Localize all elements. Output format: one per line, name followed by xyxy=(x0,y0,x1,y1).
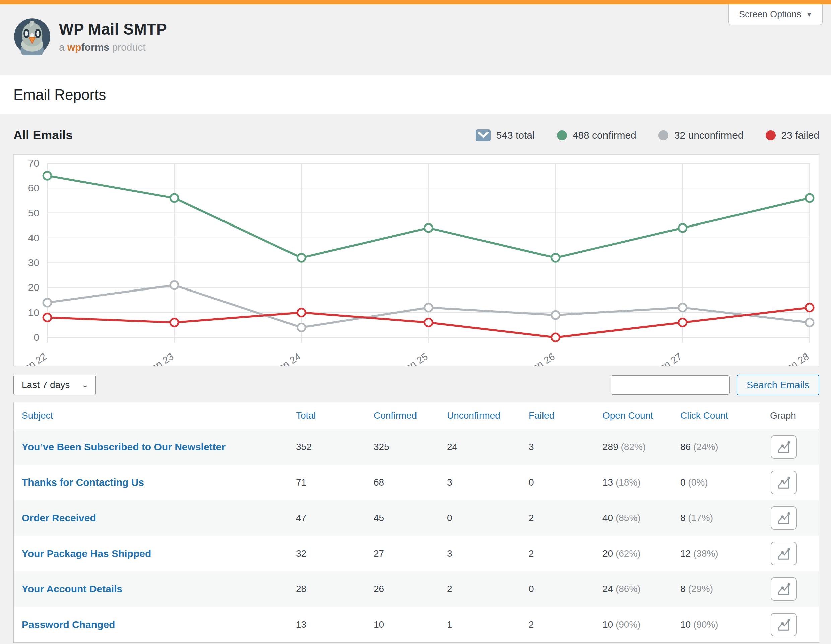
mini-chart-icon xyxy=(776,510,791,526)
email-subject-link[interactable]: Password Changed xyxy=(22,619,115,630)
email-subject-link[interactable]: Your Account Details xyxy=(22,584,122,595)
unconfirmed-cell: 24 xyxy=(447,442,529,452)
open-count-cell-value: 24 xyxy=(602,584,613,594)
dot-icon xyxy=(557,130,567,140)
mini-chart-icon xyxy=(776,617,791,632)
email-subject-link[interactable]: Thanks for Contacting Us xyxy=(22,477,144,488)
click-count-cell-percent: (0%) xyxy=(686,477,708,488)
column-header-total[interactable]: Total xyxy=(296,410,374,421)
svg-text:40: 40 xyxy=(28,232,39,243)
brand-text: WP Mail SMTP a wpforms product xyxy=(59,20,167,53)
legend-label: 488 confirmed xyxy=(573,130,636,141)
graph-button[interactable] xyxy=(771,506,797,530)
svg-text:60: 60 xyxy=(28,182,39,193)
unconfirmed-cell: 3 xyxy=(447,548,529,559)
app-title: WP Mail SMTP xyxy=(59,20,167,38)
email-subject-link[interactable]: Your Package Has Shipped xyxy=(22,548,151,559)
failed-cell: 0 xyxy=(529,584,602,595)
column-header-failed[interactable]: Failed xyxy=(529,410,602,421)
dot-icon xyxy=(766,130,776,140)
column-header-confirmed[interactable]: Confirmed xyxy=(374,410,447,421)
subtitle-product: product xyxy=(109,41,145,52)
graph-button[interactable] xyxy=(771,435,797,459)
open-count-cell-percent: (82%) xyxy=(618,442,646,452)
column-header-open-count[interactable]: Open Count xyxy=(602,410,680,421)
failed-cell: 2 xyxy=(529,548,602,559)
dot-icon xyxy=(658,130,669,140)
svg-text:Jan 23: Jan 23 xyxy=(145,351,175,366)
subject-cell: Thanks for Contacting Us xyxy=(22,477,296,488)
confirmed-cell: 68 xyxy=(374,477,447,488)
graph-button[interactable] xyxy=(771,471,797,494)
emails-line-chart: 010203040506070Jan 22Jan 23Jan 24Jan 25J… xyxy=(14,155,819,366)
table-row: Password Changed13101210 (90%)10 (90%) xyxy=(14,607,819,642)
click-count-cell-value: 0 xyxy=(680,477,686,488)
failed-cell: 0 xyxy=(529,477,602,488)
column-header-subject[interactable]: Subject xyxy=(22,410,296,421)
page-title-band: Email Reports xyxy=(0,75,831,114)
open-count-cell-percent: (18%) xyxy=(613,477,640,488)
open-count-cell-value: 20 xyxy=(602,548,613,558)
table-row: Your Package Has Shipped32273220 (62%)12… xyxy=(14,536,819,571)
email-subject-link[interactable]: You’ve Been Subscribed to Our Newsletter xyxy=(22,441,226,452)
open-count-cell-percent: (62%) xyxy=(613,548,640,558)
subject-cell: Password Changed xyxy=(22,619,296,630)
column-header-graph: Graph xyxy=(770,410,819,421)
total-cell: 32 xyxy=(296,548,374,559)
graph-cell xyxy=(770,542,819,565)
subtitle-prefix: a xyxy=(59,41,67,52)
open-count-cell-percent: (86%) xyxy=(613,584,640,594)
click-count-cell-value: 8 xyxy=(680,584,686,594)
graph-cell xyxy=(770,613,819,636)
subtitle-wp: wp xyxy=(67,41,81,52)
legend-item: 32 unconfirmed xyxy=(658,130,743,141)
legend-label: 23 failed xyxy=(782,130,819,141)
date-range-value: Last 7 days xyxy=(22,380,70,390)
emails-chart-card: 010203040506070Jan 22Jan 23Jan 24Jan 25J… xyxy=(13,154,819,366)
confirmed-cell: 325 xyxy=(374,442,447,452)
click-count-cell-value: 10 xyxy=(680,619,691,630)
total-cell: 47 xyxy=(296,513,374,523)
date-range-select[interactable]: Last 7 days ⌄ xyxy=(13,375,96,395)
unconfirmed-cell: 1 xyxy=(447,619,529,630)
screen-options-button[interactable]: Screen Options ▼ xyxy=(729,4,823,25)
click-count-cell-value: 8 xyxy=(680,513,686,523)
subject-cell: Order Received xyxy=(22,512,296,524)
top-accent-bar xyxy=(0,0,831,4)
column-header-unconfirmed[interactable]: Unconfirmed xyxy=(447,410,529,421)
open-count-cell: 10 (90%) xyxy=(602,619,680,630)
mini-chart-icon xyxy=(776,581,791,597)
svg-text:Jan 28: Jan 28 xyxy=(780,351,810,366)
total-cell: 13 xyxy=(296,619,374,630)
plugin-header: WP Mail SMTP a wpforms product Screen Op… xyxy=(0,4,831,75)
search-emails-button[interactable]: Search Emails xyxy=(737,375,819,395)
graph-button[interactable] xyxy=(771,542,797,565)
click-count-cell-percent: (90%) xyxy=(691,619,718,630)
unconfirmed-cell: 0 xyxy=(447,513,529,523)
graph-button[interactable] xyxy=(771,613,797,636)
total-cell: 352 xyxy=(296,442,374,452)
search-emails-input[interactable] xyxy=(611,375,730,395)
svg-text:Jan 27: Jan 27 xyxy=(653,351,684,366)
click-count-cell: 10 (90%) xyxy=(680,619,770,630)
subtitle-forms: forms xyxy=(81,41,109,52)
chart-legend: 543 total488 confirmed32 unconfirmed23 f… xyxy=(476,129,819,142)
svg-text:30: 30 xyxy=(28,257,39,268)
table-header-row: SubjectTotalConfirmedUnconfirmedFailedOp… xyxy=(14,402,819,429)
graph-button[interactable] xyxy=(771,577,797,601)
column-header-click-count[interactable]: Click Count xyxy=(680,410,770,421)
graph-cell xyxy=(770,506,819,530)
mini-chart-icon xyxy=(776,546,791,561)
total-cell: 71 xyxy=(296,477,374,488)
email-subject-link[interactable]: Order Received xyxy=(22,512,96,523)
table-row: Order Received47450240 (85%)8 (17%) xyxy=(14,500,819,536)
failed-cell: 2 xyxy=(529,619,602,630)
open-count-cell: 20 (62%) xyxy=(602,548,680,559)
legend-label: 543 total xyxy=(496,130,535,141)
graph-cell xyxy=(770,577,819,601)
chevron-down-icon: ⌄ xyxy=(81,381,89,390)
table-row: You’ve Been Subscribed to Our Newsletter… xyxy=(14,429,819,465)
open-count-cell-percent: (90%) xyxy=(613,619,640,630)
graph-cell xyxy=(770,435,819,459)
click-count-cell: 0 (0%) xyxy=(680,477,770,488)
